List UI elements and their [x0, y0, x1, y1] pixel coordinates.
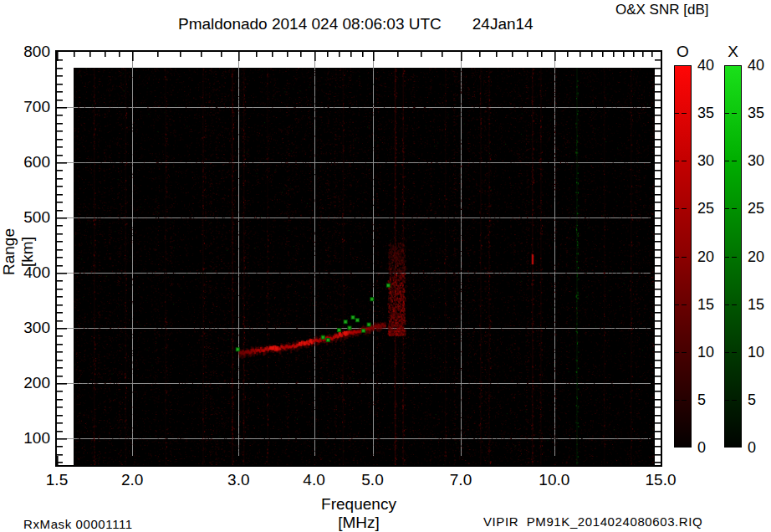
colorbar-tick-mark: [682, 113, 687, 114]
colorbar-tick-mark: [674, 352, 679, 353]
colorbar-tick-mark: [724, 304, 729, 305]
o-colorbar-header: O: [674, 43, 692, 61]
plot-title: Pmaldonado 2014 024 08:06:03 UTC24Jan14: [178, 15, 534, 33]
x-colorbar-tick-label: 40: [748, 56, 771, 74]
x-tick-label: 15.0: [637, 471, 684, 489]
colorbar-tick-mark: [732, 304, 737, 305]
x-colorbar-tick-label: 20: [748, 248, 771, 266]
colorbar-tick-mark: [674, 208, 679, 209]
colorbar-tick-mark: [724, 352, 729, 353]
o-colorbar-tick-label: 40: [697, 56, 722, 74]
x-tick-label: 3.0: [215, 471, 262, 489]
colorbar-tick-mark: [732, 161, 737, 161]
x-colorbar-tick-label: 25: [748, 199, 771, 217]
colorbar-tick-mark: [682, 161, 687, 161]
colorbar-title: O&X SNR [dB]: [615, 2, 708, 18]
o-colorbar-tick-label: 0: [697, 438, 722, 457]
y-tick-label: 500: [12, 208, 50, 227]
x-tick-label: 5.0: [350, 471, 396, 489]
x-tick-label: 1.5: [33, 471, 80, 489]
y-tick-label: 700: [12, 98, 50, 116]
x-tick-label: 7.0: [437, 471, 484, 489]
plot-title-date: 24Jan14: [472, 15, 534, 33]
colorbar-tick-mark: [732, 400, 737, 401]
colorbar-tick-mark: [682, 400, 687, 401]
y-tick-label: 200: [12, 374, 50, 392]
x-colorbar-tick-label: 0: [748, 438, 771, 457]
o-colorbar-tick-label: 15: [697, 295, 722, 314]
o-colorbar-tick-label: 20: [697, 248, 722, 266]
colorbar-tick-mark: [674, 161, 679, 161]
colorbar-tick-mark: [674, 400, 679, 401]
ionogram-canvas: [57, 52, 661, 465]
colorbar-tick-mark: [682, 257, 687, 258]
colorbar-tick-mark: [682, 304, 687, 305]
colorbar-tick-mark: [724, 257, 729, 258]
y-tick-label: 800: [12, 43, 50, 61]
x-tick-label: 4.0: [291, 471, 338, 489]
x-colorbar-tick-label: 15: [748, 295, 771, 314]
x-colorbar-tick-label: 5: [748, 391, 771, 409]
o-colorbar-tick-label: 30: [697, 151, 722, 170]
o-colorbar-tick-label: 10: [697, 343, 722, 361]
y-tick-label: 300: [12, 319, 50, 337]
x-colorbar-header: X: [724, 43, 742, 61]
o-colorbar-tick-label: 5: [697, 391, 722, 409]
x-colorbar-tick-label: 35: [748, 104, 771, 122]
colorbar-tick-mark: [724, 400, 729, 401]
colorbar-tick-mark: [732, 257, 737, 258]
o-colorbar-tick-label: 35: [697, 104, 722, 122]
colorbar-tick-mark: [682, 208, 687, 209]
ionogram-page: Pmaldonado 2014 024 08:06:03 UTC24Jan14 …: [0, 0, 771, 532]
y-tick-label: 600: [12, 153, 50, 171]
plot-title-text: Pmaldonado 2014 024 08:06:03 UTC: [178, 15, 442, 33]
x-axis-title: Frequency [MHz]: [300, 495, 417, 532]
colorbar-tick-mark: [682, 352, 687, 353]
y-tick-label: 100: [12, 429, 50, 448]
colorbar-tick-mark: [732, 113, 737, 114]
o-colorbar-tick-label: 25: [697, 199, 722, 217]
x-tick-label: 10.0: [531, 471, 578, 489]
colorbar-tick-mark: [674, 113, 679, 114]
y-axis-title: Range [km]: [0, 212, 17, 292]
colorbar-tick-mark: [674, 257, 679, 258]
rx-mask-annotation: RxMask 00001111: [23, 517, 133, 531]
colorbar-tick-mark: [724, 161, 729, 161]
colorbar-tick-mark: [732, 208, 737, 209]
colorbar-tick-mark: [724, 208, 729, 209]
colorbar-tick-mark: [674, 304, 679, 305]
x-colorbar-tick-label: 30: [748, 151, 771, 170]
riq-filename-annotation: VIPIR PM91K_2014024080603.RIQ: [483, 514, 702, 529]
x-tick-label: 2.0: [109, 471, 156, 489]
colorbar-tick-mark: [724, 113, 729, 114]
colorbar-tick-mark: [732, 352, 737, 353]
x-colorbar-tick-label: 10: [748, 343, 771, 361]
